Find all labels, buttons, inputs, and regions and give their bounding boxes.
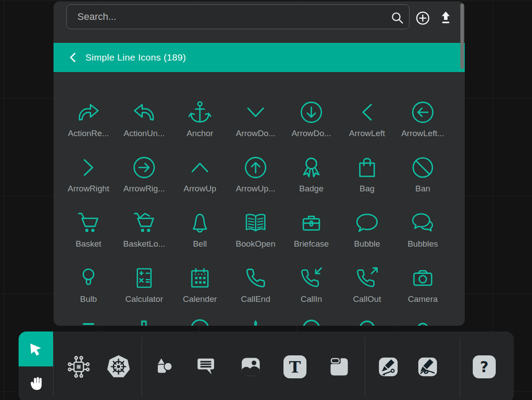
icon-label: ArrowUp — [184, 184, 216, 194]
icon-cell-briefcase[interactable]: Briefcase — [283, 206, 339, 261]
camera-icon — [410, 265, 436, 291]
icon-cell-arrow-down[interactable]: ArrowDo... — [228, 95, 283, 150]
drawer-header: Simple Line Icons (189) — [54, 43, 465, 72]
icon-cell-arrow-down-circle[interactable]: ArrowDo... — [283, 95, 339, 150]
arrow-left-icon — [354, 99, 380, 125]
back-chevron-icon[interactable] — [68, 52, 79, 63]
icon-cell-camera[interactable]: Camera — [395, 261, 451, 316]
scrollbar-thumb[interactable] — [460, 4, 464, 69]
edge-pen-tool-button[interactable] — [377, 355, 400, 378]
partial-icon — [186, 319, 214, 326]
basket-loaded-icon — [131, 210, 157, 236]
cursor-icon — [28, 341, 44, 357]
arrow-up-circle-icon — [243, 155, 268, 180]
icon-label: Ban — [415, 184, 430, 194]
icon-cell-action-redo[interactable]: ActionRe... — [61, 95, 116, 150]
icon-cell-call-end[interactable]: CallEnd — [228, 261, 283, 316]
components-tool-button[interactable] — [65, 353, 92, 381]
bulb-icon — [76, 265, 101, 291]
note-icon — [328, 355, 351, 378]
bag-icon — [354, 155, 380, 180]
pen-arrow-icon — [377, 355, 400, 378]
add-icon-button[interactable] — [415, 10, 431, 26]
partial-icon — [74, 319, 103, 326]
drawer-title: Simple Line Icons (189) — [85, 52, 186, 63]
icon-label: ArrowDo... — [291, 129, 331, 138]
pencil-sketch-icon — [416, 355, 439, 378]
action-redo-icon — [76, 99, 101, 125]
briefcase-icon — [299, 210, 324, 236]
icon-cell-badge[interactable]: Badge — [283, 150, 339, 206]
select-tool-button[interactable] — [19, 331, 53, 366]
add-circle-icon — [415, 10, 431, 26]
icon-cell-calender[interactable]: Calender — [172, 261, 228, 316]
icon-cell-anchor[interactable]: Anchor — [172, 95, 228, 150]
upload-icon — [438, 10, 454, 26]
upload-button[interactable] — [438, 10, 454, 26]
help-glyph: ? — [480, 360, 488, 374]
icon-cell-basket[interactable]: Basket — [61, 206, 116, 261]
partial-icon — [297, 319, 325, 326]
bubbles-icon — [410, 210, 436, 236]
arrow-up-icon — [187, 155, 213, 180]
toolbar-divider — [53, 338, 54, 397]
hand-icon — [27, 375, 45, 393]
icon-cell-bell[interactable]: Bell — [172, 206, 228, 261]
shapes-tool-button[interactable] — [153, 355, 176, 378]
icon-cell-arrow-left-circle[interactable]: ArrowLeft... — [395, 95, 451, 150]
icon-cell-bag[interactable]: Bag — [339, 150, 395, 206]
image-icon — [239, 355, 262, 378]
kubernetes-tool-button[interactable] — [105, 353, 132, 381]
anchor-icon — [187, 99, 213, 125]
text-glyph: T — [289, 359, 301, 375]
icon-label: Basket — [76, 239, 101, 249]
arrow-left-circle-icon — [410, 99, 436, 125]
comment-tool-button[interactable] — [195, 355, 218, 378]
icon-label: ArrowRight — [68, 184, 109, 194]
icon-cell-ban[interactable]: Ban — [395, 150, 451, 206]
icon-label: Bell — [193, 239, 207, 249]
pan-tool-button[interactable] — [19, 366, 53, 400]
canvas-background[interactable]: Simple Line Icons (189) ActionRe... Acti… — [0, 0, 532, 400]
help-button[interactable]: ? — [473, 355, 496, 378]
icon-cell-book-open[interactable]: BookOpen — [228, 206, 283, 261]
image-tool-button[interactable] — [239, 355, 262, 378]
icon-label: Bulb — [80, 294, 97, 304]
text-tool-button[interactable]: T — [283, 355, 306, 378]
sketch-tool-button[interactable] — [416, 355, 439, 378]
icon-cell-action-undo[interactable]: ActionUn... — [116, 95, 172, 150]
arrow-right-icon — [76, 155, 101, 180]
icon-cell-calculator[interactable]: Calculator — [116, 261, 172, 316]
icon-cell-arrow-right-circle[interactable]: ArrowRig... — [116, 150, 172, 206]
call-end-icon — [243, 265, 268, 291]
icon-label: Calender — [183, 294, 217, 304]
icon-label: ArrowLeft... — [401, 129, 444, 138]
icon-cell-bulb[interactable]: Bulb — [61, 261, 116, 316]
toolbar-divider — [142, 338, 142, 397]
icon-cell-arrow-up-circle[interactable]: ArrowUp... — [228, 150, 283, 206]
icon-cell-arrow-left[interactable]: ArrowLeft — [339, 95, 395, 150]
note-tool-button[interactable] — [328, 355, 351, 378]
partial-icon — [409, 319, 437, 326]
ban-icon — [410, 155, 436, 180]
icon-label: CallOut — [353, 294, 381, 304]
icon-cell-call-in[interactable]: CallIn — [283, 261, 339, 316]
search-input[interactable] — [66, 4, 410, 29]
icon-label: BasketLo... — [123, 239, 165, 249]
bottom-toolbar: T — [19, 331, 514, 400]
icon-label: ActionUn... — [124, 129, 165, 138]
icon-drawer-panel: Simple Line Icons (189) ActionRe... Acti… — [54, 1, 465, 326]
partial-icon — [241, 319, 270, 326]
icon-cell-arrow-up[interactable]: ArrowUp — [172, 150, 228, 206]
arrow-down-circle-icon — [299, 99, 324, 125]
shapes-icon — [153, 355, 176, 378]
toolbar-divider — [365, 338, 365, 397]
icon-cell-call-out[interactable]: CallOut — [339, 261, 395, 316]
icon-cell-basket-loaded[interactable]: BasketLo... — [116, 206, 172, 261]
icon-label: Badge — [299, 184, 324, 194]
icon-cell-bubbles[interactable]: Bubbles — [395, 206, 451, 261]
icon-cell-bubble[interactable]: Bubble — [339, 206, 395, 261]
toolbar-divider — [460, 338, 460, 397]
bubble-icon — [354, 210, 380, 236]
icon-cell-arrow-right[interactable]: ArrowRight — [61, 150, 116, 206]
